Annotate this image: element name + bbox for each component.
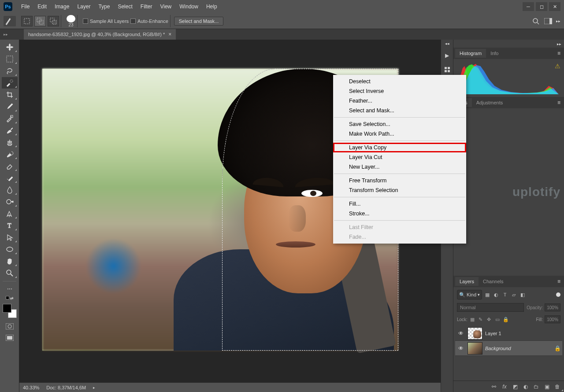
- cm-free-transform[interactable]: Free Transform: [333, 176, 466, 185]
- menu-help[interactable]: Help: [203, 2, 221, 11]
- close-button[interactable]: ✕: [549, 2, 560, 11]
- auto-enhance-checkbox[interactable]: Auto-Enhance: [130, 18, 168, 24]
- minimize-button[interactable]: ─: [523, 2, 534, 11]
- layer-item[interactable]: 👁 Background 🔒: [455, 341, 562, 356]
- lock-artboard-icon[interactable]: ▭: [494, 316, 501, 323]
- menu-view[interactable]: View: [156, 2, 175, 11]
- default-colors-icon[interactable]: [6, 296, 9, 300]
- lock-position-icon[interactable]: ✥: [486, 316, 493, 323]
- healing-brush-tool-icon[interactable]: [2, 113, 18, 124]
- gradient-tool-icon[interactable]: [2, 172, 18, 184]
- menu-window[interactable]: Window: [176, 2, 202, 11]
- menu-image[interactable]: Image: [51, 2, 73, 11]
- tab-adjustments[interactable]: Adjustments: [472, 98, 508, 107]
- tab-info[interactable]: Info: [486, 49, 503, 58]
- blend-mode-select[interactable]: Normal: [457, 303, 524, 312]
- play-action-icon[interactable]: ▶: [443, 51, 452, 60]
- menu-edit[interactable]: Edit: [34, 2, 50, 11]
- lock-pixels-icon[interactable]: ✎: [477, 316, 484, 323]
- layer-thumbnail[interactable]: [468, 327, 482, 340]
- close-tab-icon[interactable]: ×: [168, 31, 171, 37]
- subtract-selection-icon[interactable]: [48, 16, 59, 26]
- eraser-tool-icon[interactable]: [2, 160, 18, 172]
- clone-stamp-tool-icon[interactable]: [2, 137, 18, 148]
- cm-select-inverse[interactable]: Select Inverse: [333, 86, 466, 96]
- tab-channels[interactable]: Channels: [479, 277, 508, 286]
- group-icon[interactable]: 🗀: [532, 383, 540, 391]
- actions-panel-icon[interactable]: [443, 65, 452, 74]
- hand-tool-icon[interactable]: [2, 255, 18, 267]
- path-selection-tool-icon[interactable]: [2, 232, 18, 243]
- brush-preview-icon[interactable]: [67, 15, 75, 22]
- menu-layer[interactable]: Layer: [74, 2, 94, 11]
- dodge-tool-icon[interactable]: [2, 196, 18, 207]
- status-menu-icon[interactable]: ▸: [93, 385, 95, 390]
- menu-filter[interactable]: Filter: [137, 2, 156, 11]
- foreground-color[interactable]: [3, 304, 11, 313]
- zoom-level[interactable]: 40.33%: [23, 385, 39, 390]
- cm-layer-via-cut[interactable]: Layer Via Cut: [333, 152, 466, 162]
- menu-file[interactable]: File: [18, 2, 33, 11]
- menu-select[interactable]: Select: [114, 2, 136, 11]
- cm-feather[interactable]: Feather...: [333, 96, 466, 106]
- maximize-button[interactable]: ◻: [536, 2, 547, 11]
- lasso-tool-icon[interactable]: [2, 65, 18, 77]
- filter-pixel-icon[interactable]: ▦: [484, 291, 491, 298]
- lock-all-icon[interactable]: 🔒: [502, 316, 509, 323]
- collapse-panels-icon[interactable]: ▸▸: [557, 42, 561, 46]
- cm-make-work-path[interactable]: Make Work Path...: [333, 129, 466, 139]
- fill-value[interactable]: 100%: [545, 315, 560, 323]
- new-layer-icon[interactable]: ▣: [543, 383, 551, 391]
- tab-layers[interactable]: Layers: [455, 277, 479, 286]
- layer-name[interactable]: Layer 1: [485, 331, 560, 336]
- link-layers-icon[interactable]: ⚯: [490, 383, 498, 391]
- screen-mode-icon[interactable]: [4, 333, 16, 343]
- layer-mask-icon[interactable]: ◩: [511, 383, 519, 391]
- chevron-right-icon[interactable]: ▸▸: [556, 19, 560, 23]
- panel-menu-icon[interactable]: ≡: [556, 278, 562, 285]
- layer-style-icon[interactable]: fx: [501, 383, 508, 391]
- document-tab[interactable]: handsome-635832_1920.jpg @ 40,3% (Backgr…: [24, 29, 176, 40]
- layer-filter-kind[interactable]: 🔍 Kind ▾: [457, 290, 482, 300]
- panel-menu-icon[interactable]: ≡: [556, 50, 562, 56]
- type-tool-icon[interactable]: T: [2, 220, 18, 231]
- cm-deselect[interactable]: Deselect: [333, 77, 466, 86]
- cm-select-and-mask[interactable]: Select and Mask...: [333, 106, 466, 115]
- cm-fill[interactable]: Fill...: [333, 199, 466, 209]
- opacity-value[interactable]: 100%: [545, 303, 560, 311]
- zoom-tool-icon[interactable]: [2, 267, 18, 279]
- cm-new-layer[interactable]: New Layer...: [333, 162, 466, 172]
- edit-toolbar-icon[interactable]: ⋯: [2, 283, 18, 295]
- move-tool-icon[interactable]: [2, 41, 18, 53]
- filter-type-icon[interactable]: T: [501, 291, 508, 298]
- color-swatches[interactable]: [3, 304, 17, 318]
- adjustment-layer-icon[interactable]: ◐: [522, 383, 530, 391]
- filter-shape-icon[interactable]: ▱: [510, 291, 517, 298]
- panel-menu-icon[interactable]: ≡: [556, 100, 562, 106]
- history-brush-tool-icon[interactable]: [2, 148, 18, 160]
- brush-tool-icon[interactable]: [2, 125, 18, 136]
- quick-selection-tool-icon[interactable]: [2, 77, 18, 89]
- blur-tool-icon[interactable]: [2, 184, 18, 196]
- shape-tool-icon[interactable]: [2, 244, 18, 255]
- quick-mask-icon[interactable]: [4, 322, 16, 331]
- new-selection-icon[interactable]: [21, 16, 33, 26]
- tab-histogram[interactable]: Histogram: [455, 49, 486, 58]
- expand-panels-icon[interactable]: ◂◂: [445, 41, 449, 46]
- workspace-switcher-icon[interactable]: [544, 17, 553, 26]
- cm-stroke[interactable]: Stroke...: [333, 209, 466, 218]
- eyedropper-tool-icon[interactable]: [2, 101, 18, 112]
- search-icon[interactable]: [531, 17, 540, 26]
- filter-smart-icon[interactable]: ◧: [519, 291, 526, 298]
- marquee-tool-icon[interactable]: [2, 53, 18, 65]
- pen-tool-icon[interactable]: [2, 208, 18, 219]
- lock-transparency-icon[interactable]: ▦: [469, 316, 476, 323]
- histogram-warning-icon[interactable]: ⚠: [555, 63, 560, 70]
- swap-colors-icon[interactable]: ⇄: [10, 296, 14, 300]
- layer-thumbnail[interactable]: [468, 342, 482, 355]
- layer-name[interactable]: Background: [485, 346, 552, 351]
- cm-transform-selection[interactable]: Transform Selection: [333, 185, 466, 195]
- layer-item[interactable]: 👁 Layer 1: [455, 326, 562, 341]
- visibility-eye-icon[interactable]: 👁: [457, 344, 465, 352]
- doc-size-label[interactable]: Doc: 8,37M/14,6M: [46, 385, 86, 390]
